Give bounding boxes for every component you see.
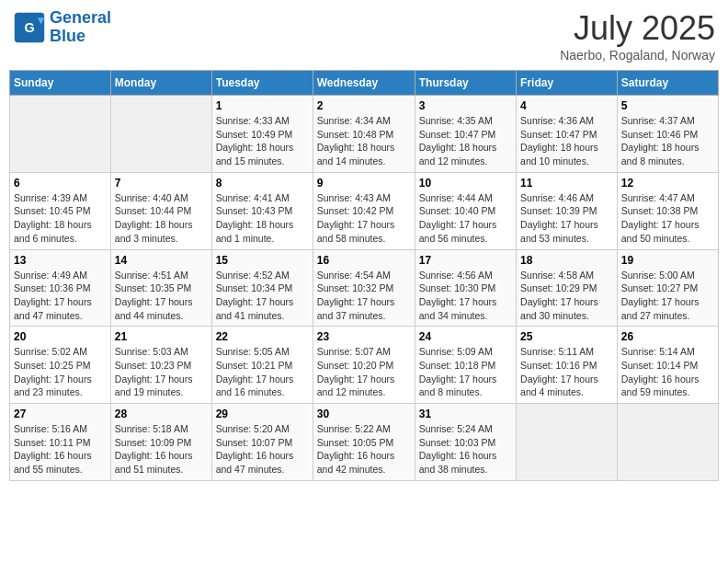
day-number: 5 [621, 99, 714, 112]
calendar-week-row: 1Sunrise: 4:33 AM Sunset: 10:49 PM Dayli… [10, 96, 719, 173]
day-number: 6 [14, 177, 107, 190]
calendar-cell: 9Sunrise: 4:43 AM Sunset: 10:42 PM Dayli… [313, 172, 415, 249]
day-info: Sunrise: 4:39 AM Sunset: 10:45 PM Daylig… [14, 191, 107, 246]
day-info: Sunrise: 5:09 AM Sunset: 10:18 PM Daylig… [419, 345, 512, 399]
calendar-cell [517, 404, 618, 481]
calendar-cell: 23Sunrise: 5:07 AM Sunset: 10:20 PM Dayl… [313, 327, 415, 404]
weekday-header-monday: Monday [110, 71, 211, 96]
day-number: 4 [520, 99, 613, 112]
calendar-table: SundayMondayTuesdayWednesdayThursdayFrid… [9, 70, 719, 481]
logo: G General Blue [13, 9, 111, 46]
day-info: Sunrise: 5:24 AM Sunset: 10:03 PM Daylig… [419, 422, 512, 477]
calendar-cell: 12Sunrise: 4:47 AM Sunset: 10:38 PM Dayl… [617, 172, 718, 249]
calendar-cell [10, 96, 111, 173]
calendar-week-row: 13Sunrise: 4:49 AM Sunset: 10:36 PM Dayl… [10, 249, 719, 327]
calendar-cell: 22Sunrise: 5:05 AM Sunset: 10:21 PM Dayl… [211, 327, 313, 404]
calendar-cell: 11Sunrise: 4:46 AM Sunset: 10:39 PM Dayl… [517, 172, 618, 249]
calendar-cell: 17Sunrise: 4:56 AM Sunset: 10:30 PM Dayl… [415, 249, 516, 327]
title-block: July 2025 Naerbo, Rogaland, Norway [560, 9, 715, 63]
calendar-cell: 18Sunrise: 4:58 AM Sunset: 10:29 PM Dayl… [517, 249, 618, 327]
weekday-header-saturday: Saturday [617, 71, 718, 96]
day-info: Sunrise: 5:03 AM Sunset: 10:23 PM Daylig… [115, 345, 208, 399]
day-info: Sunrise: 5:02 AM Sunset: 10:25 PM Daylig… [14, 345, 107, 399]
calendar-cell: 21Sunrise: 5:03 AM Sunset: 10:23 PM Dayl… [110, 327, 211, 404]
day-number: 24 [419, 330, 512, 343]
day-info: Sunrise: 5:14 AM Sunset: 10:14 PM Daylig… [621, 345, 714, 399]
day-number: 19 [621, 254, 714, 267]
calendar-cell: 20Sunrise: 5:02 AM Sunset: 10:25 PM Dayl… [10, 327, 111, 404]
day-info: Sunrise: 5:18 AM Sunset: 10:09 PM Daylig… [115, 422, 208, 477]
day-info: Sunrise: 4:37 AM Sunset: 10:46 PM Daylig… [621, 114, 714, 168]
day-number: 11 [520, 177, 613, 190]
day-info: Sunrise: 4:33 AM Sunset: 10:49 PM Daylig… [216, 114, 309, 168]
calendar-cell: 10Sunrise: 4:44 AM Sunset: 10:40 PM Dayl… [415, 172, 516, 249]
weekday-header-row: SundayMondayTuesdayWednesdayThursdayFrid… [10, 71, 719, 96]
day-info: Sunrise: 4:54 AM Sunset: 10:32 PM Daylig… [317, 269, 411, 323]
calendar-cell: 19Sunrise: 5:00 AM Sunset: 10:27 PM Dayl… [617, 249, 718, 327]
svg-text:G: G [24, 20, 34, 35]
day-number: 12 [621, 177, 714, 190]
day-info: Sunrise: 4:56 AM Sunset: 10:30 PM Daylig… [419, 269, 512, 323]
calendar-cell: 27Sunrise: 5:16 AM Sunset: 10:11 PM Dayl… [10, 404, 111, 481]
logo-line1: General [50, 8, 111, 27]
day-number: 1 [216, 99, 309, 112]
logo-icon: G [13, 11, 46, 44]
day-info: Sunrise: 4:40 AM Sunset: 10:44 PM Daylig… [115, 191, 208, 246]
day-number: 27 [14, 408, 107, 420]
calendar-cell: 15Sunrise: 4:52 AM Sunset: 10:34 PM Dayl… [211, 249, 313, 327]
day-info: Sunrise: 4:35 AM Sunset: 10:47 PM Daylig… [419, 114, 512, 168]
day-info: Sunrise: 5:05 AM Sunset: 10:21 PM Daylig… [216, 345, 309, 399]
day-info: Sunrise: 4:44 AM Sunset: 10:40 PM Daylig… [419, 191, 512, 246]
weekday-header-tuesday: Tuesday [211, 71, 313, 96]
calendar-cell: 29Sunrise: 5:20 AM Sunset: 10:07 PM Dayl… [211, 404, 313, 481]
calendar-cell: 14Sunrise: 4:51 AM Sunset: 10:35 PM Dayl… [110, 249, 211, 327]
calendar-cell: 13Sunrise: 4:49 AM Sunset: 10:36 PM Dayl… [10, 249, 111, 327]
calendar-cell: 31Sunrise: 5:24 AM Sunset: 10:03 PM Dayl… [415, 404, 516, 481]
weekday-header-friday: Friday [517, 71, 618, 96]
day-number: 7 [115, 177, 208, 190]
calendar-cell: 25Sunrise: 5:11 AM Sunset: 10:16 PM Dayl… [517, 327, 618, 404]
day-info: Sunrise: 4:34 AM Sunset: 10:48 PM Daylig… [317, 114, 411, 168]
calendar-cell: 1Sunrise: 4:33 AM Sunset: 10:49 PM Dayli… [211, 96, 313, 173]
day-number: 25 [520, 330, 613, 343]
day-number: 31 [419, 408, 512, 420]
day-info: Sunrise: 4:36 AM Sunset: 10:47 PM Daylig… [520, 114, 613, 168]
day-number: 3 [419, 99, 512, 112]
calendar-cell: 24Sunrise: 5:09 AM Sunset: 10:18 PM Dayl… [415, 327, 516, 404]
day-number: 23 [317, 330, 411, 343]
day-number: 28 [115, 408, 208, 420]
calendar-cell: 8Sunrise: 4:41 AM Sunset: 10:43 PM Dayli… [211, 172, 313, 249]
day-info: Sunrise: 4:41 AM Sunset: 10:43 PM Daylig… [216, 191, 309, 246]
calendar-cell: 26Sunrise: 5:14 AM Sunset: 10:14 PM Dayl… [617, 327, 718, 404]
calendar-week-row: 20Sunrise: 5:02 AM Sunset: 10:25 PM Dayl… [10, 327, 719, 404]
day-number: 18 [520, 254, 613, 267]
day-number: 9 [317, 177, 411, 190]
calendar-cell: 28Sunrise: 5:18 AM Sunset: 10:09 PM Dayl… [110, 404, 211, 481]
day-number: 20 [14, 330, 107, 343]
calendar-cell [617, 404, 718, 481]
day-info: Sunrise: 5:00 AM Sunset: 10:27 PM Daylig… [621, 269, 714, 323]
day-info: Sunrise: 4:58 AM Sunset: 10:29 PM Daylig… [520, 269, 613, 323]
logo-text: General Blue [50, 9, 111, 46]
calendar-cell: 6Sunrise: 4:39 AM Sunset: 10:45 PM Dayli… [10, 172, 111, 249]
calendar-week-row: 6Sunrise: 4:39 AM Sunset: 10:45 PM Dayli… [10, 172, 719, 249]
weekday-header-sunday: Sunday [10, 71, 111, 96]
weekday-header-thursday: Thursday [415, 71, 516, 96]
calendar-cell: 7Sunrise: 4:40 AM Sunset: 10:44 PM Dayli… [110, 172, 211, 249]
day-number: 14 [115, 254, 208, 267]
day-number: 2 [317, 99, 411, 112]
day-info: Sunrise: 4:51 AM Sunset: 10:35 PM Daylig… [115, 269, 208, 323]
logo-line2: Blue [50, 27, 85, 45]
calendar-cell: 4Sunrise: 4:36 AM Sunset: 10:47 PM Dayli… [517, 96, 618, 173]
day-info: Sunrise: 5:16 AM Sunset: 10:11 PM Daylig… [14, 422, 107, 477]
calendar-cell: 3Sunrise: 4:35 AM Sunset: 10:47 PM Dayli… [415, 96, 516, 173]
day-number: 16 [317, 254, 411, 267]
day-info: Sunrise: 5:20 AM Sunset: 10:07 PM Daylig… [216, 422, 309, 477]
day-info: Sunrise: 5:11 AM Sunset: 10:16 PM Daylig… [520, 345, 613, 399]
day-number: 15 [216, 254, 309, 267]
calendar-cell: 16Sunrise: 4:54 AM Sunset: 10:32 PM Dayl… [313, 249, 415, 327]
day-info: Sunrise: 4:49 AM Sunset: 10:36 PM Daylig… [14, 269, 107, 323]
day-number: 21 [115, 330, 208, 343]
day-number: 26 [621, 330, 714, 343]
calendar-cell [110, 96, 211, 173]
